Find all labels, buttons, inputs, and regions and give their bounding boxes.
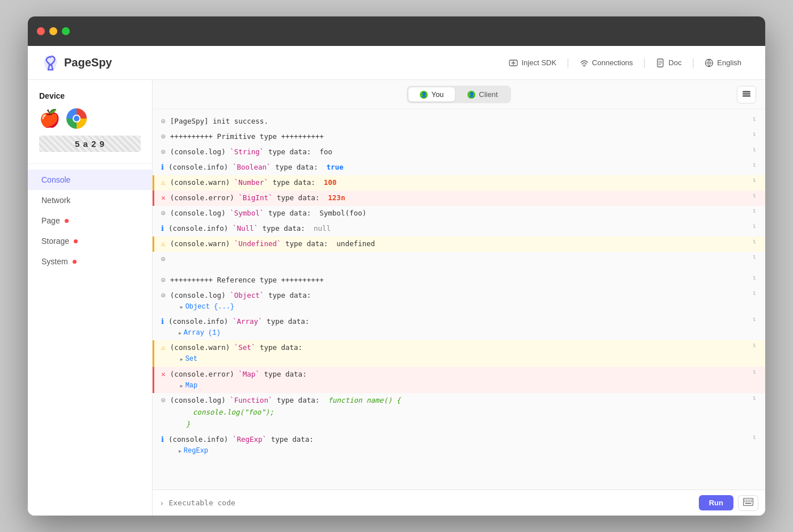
log-link: ι	[752, 177, 756, 184]
device-icons: 🍎	[39, 108, 141, 129]
log-link: ι	[752, 254, 756, 260]
sidebar-item-console[interactable]: Console	[28, 170, 152, 190]
console-tab-group: 👤 You 👤 Client	[407, 86, 511, 103]
sidebar-item-system[interactable]: System	[28, 251, 152, 272]
tab-you[interactable]: 👤 You	[408, 87, 455, 102]
log-link: ι	[752, 131, 756, 138]
close-button[interactable]	[37, 27, 45, 35]
client-tab-icon: 👤	[467, 91, 475, 99]
keyboard-button[interactable]	[738, 495, 758, 511]
console-output[interactable]: ⊙ [PageSpy] init success. ι ⊙ ++++++++++…	[153, 109, 765, 489]
nav-connections[interactable]: Connections	[570, 58, 643, 67]
log-icon: ℹ	[161, 163, 164, 172]
log-link: ι	[752, 223, 756, 230]
nav-inject-sdk[interactable]: Inject SDK	[499, 58, 566, 67]
tools-icon	[742, 89, 751, 98]
log-link: ι	[752, 275, 756, 281]
console-prompt-icon: ›	[159, 499, 164, 508]
minimize-button[interactable]	[49, 27, 57, 35]
doc-label: Doc	[669, 58, 682, 67]
log-icon: ✕	[161, 370, 166, 379]
log-row: ⊙ ++++++++++ Reference type ++++++++++ ι	[153, 273, 765, 288]
log-content: (console.info) `Array` type data: Array …	[168, 316, 748, 339]
array-expand[interactable]: Array (1)	[168, 328, 748, 339]
log-row: ⊙ (console.log) `Object` type data: Obje…	[153, 288, 765, 314]
nav-language[interactable]: English	[694, 58, 752, 67]
device-title: Device	[39, 91, 141, 100]
log-row: ⚠ (console.warn) `Set` type data: Set ι	[153, 340, 765, 366]
sidebar-item-network[interactable]: Network	[28, 190, 152, 210]
log-icon: ℹ	[161, 435, 164, 444]
console-input-bar: › Run	[153, 489, 765, 516]
log-content: (console.info) `RegExp` type data: RegEx…	[168, 434, 748, 457]
log-content: (console.log) `Function` type data: func…	[170, 395, 748, 430]
set-expand[interactable]: Set	[170, 354, 748, 365]
log-content: (console.info) `Null` type data: null	[168, 223, 748, 235]
nav-doc[interactable]: Doc	[646, 58, 692, 67]
regexp-expand[interactable]: RegExp	[168, 446, 748, 457]
log-content: [PageSpy] init success.	[170, 116, 748, 128]
wifi-icon	[580, 58, 589, 67]
log-row: ℹ (console.info) `Boolean` type data: tr…	[153, 160, 765, 175]
connections-label: Connections	[592, 58, 633, 67]
tab-client[interactable]: 👤 Client	[456, 87, 509, 102]
titlebar	[28, 16, 765, 46]
log-row: ✕ (console.error) `BigInt` type data: 12…	[153, 191, 765, 206]
console-input[interactable]	[168, 499, 694, 507]
log-link: ι	[752, 238, 756, 245]
svg-rect-6	[743, 95, 750, 97]
log-link: ι	[752, 290, 756, 297]
content-area: 👤 You 👤 Client	[153, 80, 765, 516]
svg-rect-10	[748, 500, 749, 501]
sidebar-item-page[interactable]: Page	[28, 210, 152, 231]
svg-rect-16	[749, 501, 750, 503]
log-icon: ⚠	[161, 178, 166, 187]
you-tab-label: You	[431, 90, 444, 99]
log-content: (console.error) `Map` type data: Map	[170, 369, 748, 391]
sidebar-item-storage[interactable]: Storage	[28, 231, 152, 251]
storage-badge	[74, 239, 78, 243]
logo: PageSpy	[41, 54, 112, 72]
run-button[interactable]: Run	[699, 495, 733, 510]
svg-rect-4	[743, 91, 750, 92]
svg-rect-15	[748, 501, 749, 503]
log-icon: ⊙	[161, 396, 166, 405]
log-row: ⊙ ++++++++++ Primitive type ++++++++++ ι	[153, 129, 765, 145]
log-content: (console.warn) `Undefined` type data: un…	[170, 238, 748, 250]
log-icon: ⊙	[161, 255, 166, 264]
log-content	[170, 254, 748, 265]
log-icon: ⊙	[161, 209, 166, 218]
log-link: ι	[752, 116, 756, 123]
lang-icon	[705, 58, 714, 67]
apple-icon: 🍎	[39, 108, 60, 129]
log-row: ℹ (console.info) `Array` type data: Arra…	[153, 314, 765, 340]
system-label: System	[41, 257, 68, 266]
svg-rect-14	[746, 501, 747, 503]
english-label: English	[717, 58, 741, 67]
svg-rect-11	[749, 500, 750, 501]
log-row: ✕ (console.error) `Map` type data: Map ι	[153, 367, 765, 393]
storage-label: Storage	[41, 237, 69, 246]
device-id: 5 a 2 9	[39, 136, 141, 152]
object-expand[interactable]: Object {...}	[170, 302, 748, 313]
svg-rect-12	[751, 500, 752, 501]
svg-rect-17	[751, 501, 752, 503]
client-tab-label: Client	[479, 90, 497, 99]
log-icon: ℹ	[161, 317, 164, 326]
log-row: ⚠ (console.warn) `Number` type data: 100…	[153, 175, 765, 191]
svg-rect-8	[744, 500, 745, 501]
log-icon: ⊙	[161, 117, 166, 126]
log-icon: ℹ	[161, 224, 164, 233]
log-link: ι	[752, 434, 756, 441]
log-icon: ⊙	[161, 276, 166, 285]
log-icon: ⊙	[161, 132, 166, 141]
log-link: ι	[752, 192, 756, 199]
maximize-button[interactable]	[62, 27, 70, 35]
log-icon: ⚠	[161, 343, 166, 352]
console-label: Console	[41, 175, 70, 184]
tools-button[interactable]	[737, 86, 756, 103]
you-tab-icon: 👤	[420, 91, 428, 99]
log-content: (console.log) `String` type data: foo	[170, 146, 748, 158]
map-expand[interactable]: Map	[170, 381, 748, 391]
keyboard-icon	[743, 498, 753, 506]
